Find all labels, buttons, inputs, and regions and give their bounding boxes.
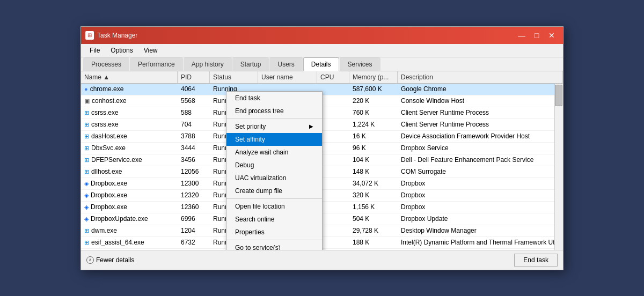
cell-name: ⊞DFEPService.exe (81, 154, 178, 166)
maximize-button[interactable]: □ (530, 30, 544, 41)
cell-description: Intel(R) Dynamic Platform and Thermal Fr… (398, 237, 563, 248)
context-menu: End taskEnd process treeSet priority▶Set… (226, 91, 323, 250)
context-menu-item[interactable]: Analyze wait chain (226, 146, 322, 159)
cell-memory: 96 K (349, 143, 398, 154)
scrollbar-thumb[interactable] (555, 85, 562, 106)
menu-options[interactable]: Options (106, 45, 137, 56)
cell-description: Dropbox Update (398, 213, 563, 225)
cell-memory: 587,600 K (349, 84, 398, 95)
cell-memory: 1,156 K (349, 202, 398, 213)
cell-description: Dropbox (398, 202, 563, 213)
context-menu-item[interactable]: Go to service(s) (226, 241, 322, 250)
context-menu-item[interactable]: Set affinity (226, 133, 322, 146)
menu-file[interactable]: File (85, 45, 104, 56)
context-menu-separator (226, 119, 322, 119)
cell-pid: 6732 (178, 237, 210, 248)
cell-name: ⊞dasHost.exe (81, 131, 178, 142)
cell-name: ⊞DbxSvc.exe (81, 143, 178, 154)
cell-memory: 34,072 K (349, 178, 398, 189)
cell-description: Intel(R) Dynamic Platform and Thermal Fr… (398, 249, 563, 250)
cell-description: Dropbox (398, 190, 563, 201)
cell-name: ⊞esif_assist_64.exe (81, 237, 178, 248)
cell-memory: 148 K (349, 166, 398, 177)
cell-memory: 504 K (349, 213, 398, 225)
cell-pid: 6996 (178, 213, 210, 225)
cell-name: ●chrome.exe (81, 84, 178, 95)
context-menu-item[interactable]: Debug (226, 159, 322, 172)
cell-name: ▣conhost.exe (81, 95, 178, 107)
cell-pid: 704 (178, 119, 210, 130)
context-menu-separator (226, 240, 322, 240)
table-header: Name ▲ PID Status User name CPU Memory (… (81, 71, 563, 84)
cell-description: Client Server Runtime Process (398, 119, 563, 130)
cell-description: Google Chrome (398, 84, 563, 95)
cell-name: ⊞esif_uf.exe (81, 249, 178, 250)
tab-users[interactable]: Users (269, 57, 302, 71)
end-task-button[interactable]: End task (514, 254, 558, 267)
cell-name: ⊞dwm.exe (81, 225, 178, 236)
tab-startup[interactable]: Startup (232, 57, 269, 71)
cell-pid: 3456 (178, 154, 210, 166)
col-description[interactable]: Description (398, 71, 563, 83)
fewer-details-icon: ∧ (86, 256, 94, 264)
context-menu-item[interactable]: End process tree (226, 105, 322, 117)
fewer-details-button[interactable]: ∧ Fewer details (86, 256, 134, 264)
cell-memory: 760 K (349, 107, 398, 119)
cell-pid: 3788 (178, 131, 210, 142)
col-pid[interactable]: PID (178, 71, 210, 83)
cell-pid: 12360 (178, 202, 210, 213)
cell-pid: 3632 (178, 249, 210, 250)
tab-processes[interactable]: Processes (83, 57, 129, 71)
cell-memory: 16 K (349, 131, 398, 142)
menu-view[interactable]: View (140, 45, 162, 56)
title-controls: — □ ✕ (515, 30, 559, 41)
col-memory[interactable]: Memory (p... (349, 71, 398, 83)
fewer-details-label: Fewer details (96, 256, 134, 264)
app-icon: ⊞ (85, 31, 94, 40)
cell-memory: 220 K (349, 95, 398, 107)
cell-memory: 188 K (349, 237, 398, 248)
context-menu-item[interactable]: Open file location (226, 200, 322, 213)
cell-pid: 1204 (178, 225, 210, 236)
cell-name: ◈Dropbox.exe (81, 178, 178, 189)
cell-pid: 3444 (178, 143, 210, 154)
close-button[interactable]: ✕ (545, 30, 559, 41)
cell-description: Dell - Dell Feature Enhancement Pack Ser… (398, 154, 563, 166)
context-menu-item[interactable]: End task (226, 92, 322, 105)
cell-name: ◈Dropbox.exe (81, 190, 178, 201)
context-menu-item[interactable]: Properties (226, 226, 322, 239)
col-status[interactable]: Status (210, 71, 258, 83)
cell-memory: 16 K (349, 249, 398, 250)
task-manager-window: ⊞ Task Manager — □ ✕ File Options View P… (80, 26, 564, 270)
col-username[interactable]: User name (258, 71, 317, 83)
tab-services[interactable]: Services (340, 57, 380, 71)
col-cpu[interactable]: CPU (317, 71, 349, 83)
tab-details[interactable]: Details (303, 57, 339, 71)
title-bar: ⊞ Task Manager — □ ✕ (81, 27, 563, 44)
cell-memory: 320 K (349, 190, 398, 201)
title-bar-left: ⊞ Task Manager (85, 31, 137, 40)
col-name[interactable]: Name ▲ (81, 71, 178, 83)
tab-performance[interactable]: Performance (130, 57, 183, 71)
context-menu-item[interactable]: Create dump file (226, 184, 322, 197)
cell-pid: 588 (178, 107, 210, 119)
minimize-button[interactable]: — (515, 30, 529, 41)
context-menu-item[interactable]: Set priority▶ (226, 120, 322, 133)
cell-memory: 1,224 K (349, 119, 398, 130)
cell-pid: 12320 (178, 190, 210, 201)
tab-app-history[interactable]: App history (184, 57, 232, 71)
cell-pid: 12056 (178, 166, 210, 177)
menu-bar: File Options View (81, 44, 563, 57)
cell-description: Dropbox (398, 178, 563, 189)
cell-memory: 104 K (349, 154, 398, 166)
cell-name: ⊞csrss.exe (81, 107, 178, 119)
context-menu-item[interactable]: Search online (226, 213, 322, 226)
window-title: Task Manager (97, 32, 137, 39)
scrollbar[interactable] (554, 84, 563, 250)
context-menu-separator (226, 198, 322, 199)
cell-description: COM Surrogate (398, 166, 563, 177)
context-menu-item[interactable]: UAC virtualization (226, 172, 322, 184)
cell-name: ⊞dllhost.exe (81, 166, 178, 177)
cell-description: Client Server Runtime Process (398, 107, 563, 119)
cell-pid: 4064 (178, 84, 210, 95)
